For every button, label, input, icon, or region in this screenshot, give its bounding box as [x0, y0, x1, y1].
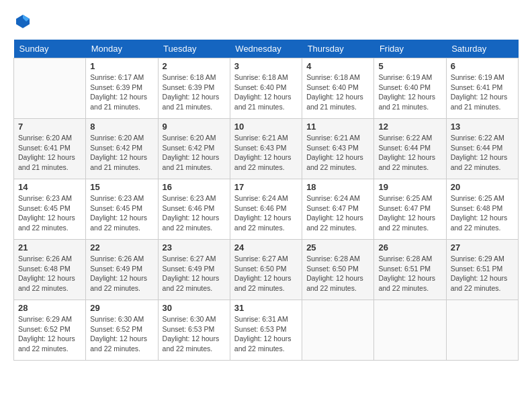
- day-info: Sunrise: 6:18 AMSunset: 6:40 PMDaylight:…: [306, 73, 369, 112]
- calendar-cell: 24Sunrise: 6:27 AMSunset: 6:50 PMDayligh…: [230, 240, 302, 300]
- day-info: Sunrise: 6:24 AMSunset: 6:46 PMDaylight:…: [234, 193, 298, 233]
- calendar-cell: 23Sunrise: 6:27 AMSunset: 6:49 PMDayligh…: [158, 240, 230, 300]
- calendar-cell: 15Sunrise: 6:23 AMSunset: 6:45 PMDayligh…: [86, 179, 158, 240]
- day-number: 29: [90, 303, 153, 313]
- weekday-header-saturday: Saturday: [446, 40, 518, 58]
- day-number: 16: [163, 182, 226, 192]
- weekday-header-sunday: Sunday: [14, 40, 86, 58]
- calendar-cell: 13Sunrise: 6:22 AMSunset: 6:44 PMDayligh…: [446, 119, 518, 179]
- calendar-cell: 26Sunrise: 6:28 AMSunset: 6:51 PMDayligh…: [374, 240, 446, 300]
- day-info: Sunrise: 6:31 AMSunset: 6:53 PMDaylight:…: [234, 314, 298, 354]
- calendar-cell: 17Sunrise: 6:24 AMSunset: 6:46 PMDayligh…: [230, 179, 302, 240]
- calendar-cell: 29Sunrise: 6:30 AMSunset: 6:52 PMDayligh…: [86, 300, 158, 361]
- week-row-2: 7Sunrise: 6:20 AMSunset: 6:41 PMDaylight…: [14, 119, 519, 179]
- day-number: 7: [18, 122, 81, 132]
- calendar-cell: 16Sunrise: 6:23 AMSunset: 6:46 PMDayligh…: [158, 179, 230, 240]
- day-number: 3: [234, 61, 298, 71]
- day-number: 11: [306, 122, 369, 132]
- calendar-table: SundayMondayTuesdayWednesdayThursdayFrid…: [13, 40, 519, 361]
- calendar-cell: 20Sunrise: 6:25 AMSunset: 6:48 PMDayligh…: [446, 179, 518, 240]
- day-number: 21: [18, 242, 81, 253]
- day-info: Sunrise: 6:28 AMSunset: 6:51 PMDaylight:…: [378, 254, 441, 293]
- calendar-cell: 22Sunrise: 6:26 AMSunset: 6:49 PMDayligh…: [86, 240, 158, 300]
- day-number: 13: [451, 122, 514, 132]
- day-info: Sunrise: 6:18 AMSunset: 6:40 PMDaylight:…: [234, 73, 298, 112]
- day-info: Sunrise: 6:28 AMSunset: 6:50 PMDaylight:…: [306, 254, 369, 293]
- calendar-cell: 25Sunrise: 6:28 AMSunset: 6:50 PMDayligh…: [302, 240, 374, 300]
- weekday-header-friday: Friday: [374, 40, 446, 58]
- day-number: 2: [163, 61, 226, 71]
- weekday-header-monday: Monday: [86, 40, 158, 58]
- weekday-header-wednesday: Wednesday: [230, 40, 302, 58]
- calendar-cell: 10Sunrise: 6:21 AMSunset: 6:43 PMDayligh…: [230, 119, 302, 179]
- day-info: Sunrise: 6:23 AMSunset: 6:46 PMDaylight:…: [163, 193, 226, 233]
- week-row-5: 28Sunrise: 6:29 AMSunset: 6:52 PMDayligh…: [14, 300, 519, 361]
- calendar-cell: [374, 300, 446, 361]
- day-info: Sunrise: 6:19 AMSunset: 6:41 PMDaylight:…: [451, 73, 514, 112]
- calendar-cell: 19Sunrise: 6:25 AMSunset: 6:47 PMDayligh…: [374, 179, 446, 240]
- logo-icon: [15, 13, 31, 30]
- day-number: 6: [451, 61, 514, 71]
- calendar-cell: 3Sunrise: 6:18 AMSunset: 6:40 PMDaylight…: [230, 58, 302, 119]
- week-row-4: 21Sunrise: 6:26 AMSunset: 6:48 PMDayligh…: [14, 240, 519, 300]
- day-info: Sunrise: 6:29 AMSunset: 6:52 PMDaylight:…: [18, 314, 81, 354]
- weekday-header-tuesday: Tuesday: [158, 40, 230, 58]
- day-info: Sunrise: 6:27 AMSunset: 6:49 PMDaylight:…: [163, 254, 226, 293]
- logo: [13, 13, 31, 33]
- day-number: 22: [90, 242, 153, 253]
- calendar-cell: 5Sunrise: 6:19 AMSunset: 6:40 PMDaylight…: [374, 58, 446, 119]
- calendar-cell: 21Sunrise: 6:26 AMSunset: 6:48 PMDayligh…: [14, 240, 86, 300]
- day-info: Sunrise: 6:25 AMSunset: 6:48 PMDaylight:…: [451, 193, 514, 233]
- day-info: Sunrise: 6:27 AMSunset: 6:50 PMDaylight:…: [234, 254, 298, 293]
- calendar-cell: [14, 58, 86, 119]
- calendar-cell: 27Sunrise: 6:29 AMSunset: 6:51 PMDayligh…: [446, 240, 518, 300]
- day-number: 20: [451, 182, 514, 192]
- day-info: Sunrise: 6:20 AMSunset: 6:41 PMDaylight:…: [18, 133, 81, 173]
- calendar-cell: 2Sunrise: 6:18 AMSunset: 6:39 PMDaylight…: [158, 58, 230, 119]
- calendar-cell: [446, 300, 518, 361]
- page-header: [13, 13, 519, 33]
- day-number: 8: [90, 122, 153, 132]
- day-number: 12: [378, 122, 441, 132]
- day-info: Sunrise: 6:26 AMSunset: 6:49 PMDaylight:…: [90, 254, 153, 293]
- day-info: Sunrise: 6:22 AMSunset: 6:44 PMDaylight:…: [378, 133, 441, 173]
- weekday-header-row: SundayMondayTuesdayWednesdayThursdayFrid…: [14, 40, 519, 58]
- calendar-cell: 8Sunrise: 6:20 AMSunset: 6:42 PMDaylight…: [86, 119, 158, 179]
- day-info: Sunrise: 6:24 AMSunset: 6:47 PMDaylight:…: [306, 193, 369, 233]
- day-info: Sunrise: 6:30 AMSunset: 6:53 PMDaylight:…: [163, 314, 226, 354]
- calendar-cell: 7Sunrise: 6:20 AMSunset: 6:41 PMDaylight…: [14, 119, 86, 179]
- day-number: 15: [90, 182, 153, 192]
- day-info: Sunrise: 6:19 AMSunset: 6:40 PMDaylight:…: [378, 73, 441, 112]
- day-info: Sunrise: 6:22 AMSunset: 6:44 PMDaylight:…: [451, 133, 514, 173]
- day-number: 26: [378, 242, 441, 253]
- calendar-cell: 6Sunrise: 6:19 AMSunset: 6:41 PMDaylight…: [446, 58, 518, 119]
- day-number: 28: [18, 303, 81, 313]
- calendar-cell: 31Sunrise: 6:31 AMSunset: 6:53 PMDayligh…: [230, 300, 302, 361]
- calendar-cell: 4Sunrise: 6:18 AMSunset: 6:40 PMDaylight…: [302, 58, 374, 119]
- calendar-cell: 11Sunrise: 6:21 AMSunset: 6:43 PMDayligh…: [302, 119, 374, 179]
- day-info: Sunrise: 6:29 AMSunset: 6:51 PMDaylight:…: [451, 254, 514, 293]
- day-number: 17: [234, 182, 298, 192]
- day-number: 5: [378, 61, 441, 71]
- day-info: Sunrise: 6:21 AMSunset: 6:43 PMDaylight:…: [234, 133, 298, 173]
- calendar-cell: 12Sunrise: 6:22 AMSunset: 6:44 PMDayligh…: [374, 119, 446, 179]
- day-number: 25: [306, 242, 369, 253]
- day-number: 23: [163, 242, 226, 253]
- day-number: 27: [451, 242, 514, 253]
- day-info: Sunrise: 6:20 AMSunset: 6:42 PMDaylight:…: [90, 133, 153, 173]
- day-number: 31: [234, 303, 298, 313]
- calendar-cell: 9Sunrise: 6:20 AMSunset: 6:42 PMDaylight…: [158, 119, 230, 179]
- week-row-1: 1Sunrise: 6:17 AMSunset: 6:39 PMDaylight…: [14, 58, 519, 119]
- day-info: Sunrise: 6:23 AMSunset: 6:45 PMDaylight:…: [90, 193, 153, 233]
- day-number: 19: [378, 182, 441, 192]
- calendar-cell: 14Sunrise: 6:23 AMSunset: 6:45 PMDayligh…: [14, 179, 86, 240]
- day-number: 1: [90, 61, 153, 71]
- calendar-cell: 1Sunrise: 6:17 AMSunset: 6:39 PMDaylight…: [86, 58, 158, 119]
- day-number: 9: [163, 122, 226, 132]
- calendar-cell: [302, 300, 374, 361]
- day-info: Sunrise: 6:17 AMSunset: 6:39 PMDaylight:…: [90, 73, 153, 112]
- day-info: Sunrise: 6:23 AMSunset: 6:45 PMDaylight:…: [18, 193, 81, 233]
- day-number: 30: [163, 303, 226, 313]
- week-row-3: 14Sunrise: 6:23 AMSunset: 6:45 PMDayligh…: [14, 179, 519, 240]
- day-info: Sunrise: 6:26 AMSunset: 6:48 PMDaylight:…: [18, 254, 81, 293]
